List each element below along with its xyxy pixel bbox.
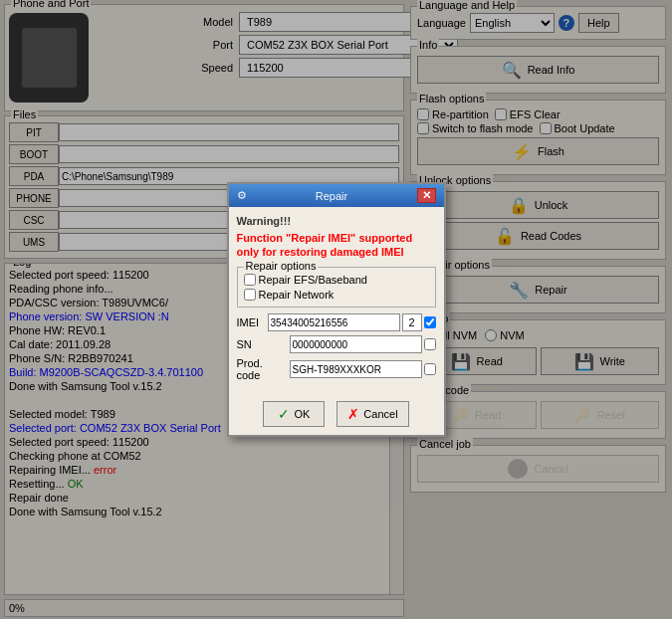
modal-cancel-button[interactable]: ✗ Cancel	[336, 401, 408, 427]
ok-check-icon: ✓	[278, 406, 290, 422]
repair-modal: ⚙ Repair ✕ Warning!!! Function "Repair I…	[227, 182, 446, 437]
prod-code-label: Prod. code	[237, 357, 290, 381]
cancel-x-icon: ✗	[347, 406, 359, 422]
modal-title: Repair	[316, 190, 347, 202]
modal-close-button[interactable]: ✕	[417, 188, 436, 203]
repair-efs-item: Repair EFS/Baseband	[244, 274, 429, 286]
imei-extras	[402, 313, 436, 331]
modal-header: ⚙ Repair ✕	[229, 184, 444, 207]
ok-label: OK	[294, 408, 310, 420]
imei-input[interactable]	[268, 313, 400, 331]
sn-input[interactable]	[290, 335, 422, 353]
repair-options-group: Repair options Repair EFS/Baseband Repai…	[237, 267, 436, 308]
modal-gear-icon: ⚙	[237, 189, 247, 202]
repair-efs-checkbox[interactable]	[244, 274, 256, 286]
modal-warning-text: Function "Repair IMEI" supported only fo…	[237, 231, 436, 259]
sn-row: SN	[237, 335, 436, 353]
sn-label: SN	[237, 338, 290, 350]
imei-row: IMEI	[237, 313, 436, 331]
prod-code-row: Prod. code	[237, 357, 436, 381]
modal-body: Warning!!! Function "Repair IMEI" suppor…	[229, 207, 444, 393]
modal-ok-button[interactable]: ✓ OK	[263, 401, 325, 427]
imei-label: IMEI	[237, 316, 268, 328]
imei-num-input[interactable]	[402, 313, 422, 331]
cancel-label: Cancel	[363, 408, 397, 420]
imei-checkbox[interactable]	[424, 316, 436, 328]
repair-network-item: Repair Network	[244, 289, 429, 301]
prod-extras	[424, 363, 436, 375]
repair-network-label: Repair Network	[259, 289, 335, 301]
modal-warning: Warning!!!	[237, 215, 436, 227]
repair-network-checkbox[interactable]	[244, 289, 256, 301]
sn-checkbox[interactable]	[424, 338, 436, 350]
sn-extras	[424, 338, 436, 350]
prod-checkbox[interactable]	[424, 363, 436, 375]
modal-section-title: Repair options	[244, 260, 319, 272]
repair-efs-label: Repair EFS/Baseband	[259, 274, 367, 286]
prod-code-input[interactable]	[290, 360, 422, 378]
modal-footer: ✓ OK ✗ Cancel	[229, 393, 444, 435]
modal-overlay: ⚙ Repair ✕ Warning!!! Function "Repair I…	[0, 0, 672, 619]
